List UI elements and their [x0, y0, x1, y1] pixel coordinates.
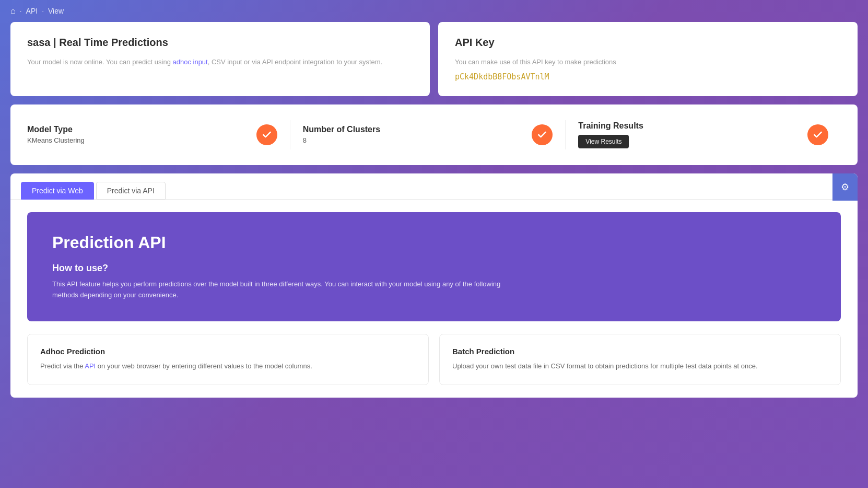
api-key-description: You can make use of this API key to make…	[455, 57, 841, 68]
prediction-api-banner: Prediction API How to use? This API feat…	[27, 212, 841, 322]
realtime-predictions-title: sasa | Real Time Predictions	[27, 37, 413, 49]
nav-api-link[interactable]: API	[26, 7, 38, 15]
adhoc-prediction-title: Adhoc Prediction	[40, 347, 416, 356]
how-to-use-body: This API feature helps you perform predi…	[52, 279, 522, 301]
adhoc-link[interactable]: adhoc input	[172, 58, 207, 66]
nav-separator-2: ·	[42, 7, 44, 15]
num-clusters-check-icon	[532, 124, 553, 145]
adhoc-api-link[interactable]: API	[85, 362, 96, 370]
batch-prediction-title: Batch Prediction	[452, 347, 828, 356]
top-cards-row: sasa | Real Time Predictions Your model …	[10, 22, 858, 96]
batch-prediction-card: Batch Prediction Upload your own test da…	[439, 334, 841, 385]
model-type-check-icon	[256, 124, 277, 145]
realtime-predictions-card: sasa | Real Time Predictions Your model …	[10, 22, 430, 96]
main-content: sasa | Real Time Predictions Your model …	[0, 22, 868, 408]
stat-training-results: Training Results View Results	[578, 117, 841, 153]
how-to-use-heading: How to use?	[52, 263, 816, 274]
adhoc-prediction-card: Adhoc Prediction Predict via the API on …	[27, 334, 429, 385]
stat-model-type: Model Type KMeans Clustering	[27, 120, 290, 149]
stat-num-clusters-label: Number of Clusters	[303, 125, 380, 134]
stat-training-results-label: Training Results	[578, 121, 643, 131]
tab-predict-api[interactable]: Predict via API	[96, 182, 166, 200]
batch-prediction-description: Upload your own test data file in CSV fo…	[452, 361, 828, 372]
tab-predict-web[interactable]: Predict via Web	[21, 182, 94, 200]
tab-content: Prediction API How to use? This API feat…	[10, 200, 858, 398]
stat-num-clusters-info: Number of Clusters 8	[303, 125, 380, 144]
stats-card: Model Type KMeans Clustering Number of C…	[10, 104, 858, 165]
nav-separator-1: ·	[20, 7, 22, 15]
api-key-title: API Key	[455, 37, 841, 49]
tabs-bar: Predict via Web Predict via API	[10, 173, 858, 200]
prediction-cards-row: Adhoc Prediction Predict via the API on …	[27, 334, 841, 385]
training-results-check-icon	[807, 124, 828, 145]
realtime-predictions-description: Your model is now online. You can predic…	[27, 57, 413, 68]
stat-model-type-value: KMeans Clustering	[27, 136, 85, 144]
home-icon[interactable]: ⌂	[10, 6, 16, 16]
stat-num-clusters: Number of Clusters 8	[303, 120, 566, 149]
prediction-api-title: Prediction API	[52, 233, 816, 252]
stat-training-results-info: Training Results View Results	[578, 121, 643, 148]
api-key-value[interactable]: pCk4DkdbB8FObsAVTnlM	[455, 72, 841, 82]
stat-model-type-label: Model Type	[27, 125, 85, 134]
view-results-button[interactable]: View Results	[578, 135, 629, 148]
stats-row: Model Type KMeans Clustering Number of C…	[27, 117, 841, 153]
adhoc-prediction-description: Predict via the API on your web browser …	[40, 361, 416, 372]
stat-model-type-info: Model Type KMeans Clustering	[27, 125, 85, 144]
stat-num-clusters-value: 8	[303, 136, 380, 144]
gear-icon: ⚙	[841, 181, 849, 193]
top-navigation: ⌂ · API · View	[0, 0, 868, 22]
nav-view-link[interactable]: View	[48, 7, 64, 15]
bottom-panel: ⚙ Predict via Web Predict via API Predic…	[10, 173, 858, 398]
gear-button[interactable]: ⚙	[832, 173, 858, 201]
api-key-card: API Key You can make use of this API key…	[438, 22, 858, 96]
